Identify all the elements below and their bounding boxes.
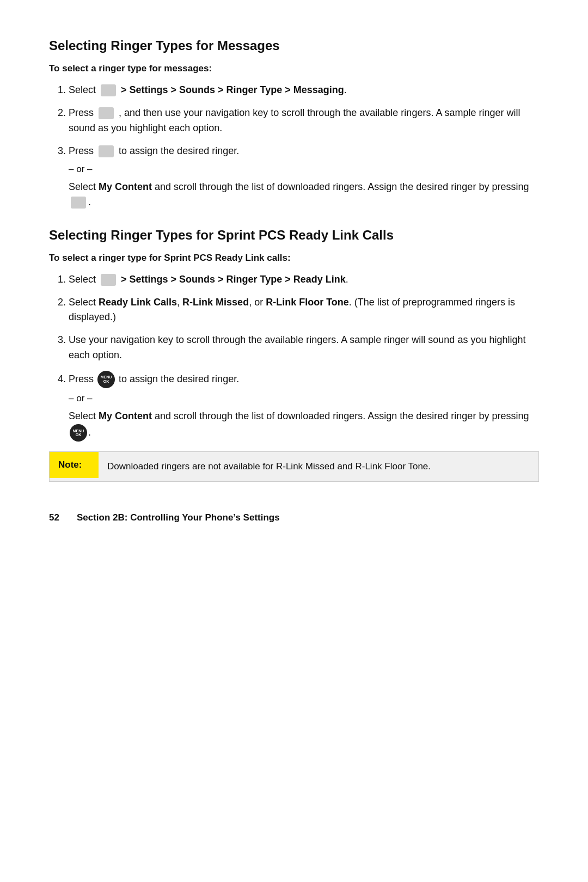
rl-ready-link-calls: Ready Link Calls xyxy=(99,297,177,308)
footer: 52 Section 2B: Controlling Your Phone’s … xyxy=(49,504,539,523)
readylink-step-2: Select Ready Link Calls, R-Link Missed, … xyxy=(69,295,539,326)
readylink-step-3: Use your navigation key to scroll throug… xyxy=(69,333,539,363)
rl-step1-select: Select xyxy=(69,274,96,285)
step1-period: . xyxy=(344,84,347,95)
menu-icon-placeholder-4 xyxy=(71,197,86,209)
menu-ok-icon-2: MENUOK xyxy=(70,424,87,442)
messages-intro: To select a ringer type for messages: xyxy=(49,63,539,74)
note-box: Note: Downloaded ringers are not availab… xyxy=(49,451,539,482)
footer-section-text: Section 2B: Controlling Your Phone’s Set… xyxy=(77,512,280,523)
readylink-section-title: Selecting Ringer Types for Sprint PCS Re… xyxy=(49,228,539,243)
rl-step4-press: Press xyxy=(69,373,96,384)
messages-step-1: Select > Settings > Sounds > Ringer Type… xyxy=(69,83,539,98)
readylink-intro: To select a ringer type for Sprint PCS R… xyxy=(49,253,539,264)
rl-step1-period: . xyxy=(346,274,348,285)
step1-select-text: Select xyxy=(69,84,96,95)
or-content-1: Select My Content and scroll through the… xyxy=(69,180,539,210)
readylink-step-1: Select > Settings > Sounds > Ringer Type… xyxy=(69,272,539,287)
my-content-bold-2: My Content xyxy=(99,411,152,421)
footer-page-number: 52 xyxy=(49,512,59,523)
menu-icon-placeholder-2 xyxy=(99,107,114,119)
menu-ok-icon-1: MENUOK xyxy=(97,371,115,388)
rl-r-link-missed: R-Link Missed xyxy=(182,297,249,308)
step3-press-text: Press xyxy=(69,145,94,156)
rl-step2-comma: , xyxy=(177,297,182,308)
rl-step1-path: > Settings > Sounds > Ringer Type > Read… xyxy=(121,274,346,285)
or-line-2: – or – xyxy=(69,391,539,406)
readylink-steps-list: Select > Settings > Sounds > Ringer Type… xyxy=(69,272,539,442)
messages-step-3: Press to assign the desired ringer. – or… xyxy=(69,144,539,210)
step3-desc: to assign the desired ringer. xyxy=(119,145,239,156)
readylink-step-4: Press MENUOK to assign the desired ringe… xyxy=(69,371,539,442)
rl-menu-icon-1 xyxy=(101,274,116,286)
rl-step3-desc: Use your navigation key to scroll throug… xyxy=(69,334,525,360)
or-line-1: – or – xyxy=(69,162,539,176)
messages-section: Selecting Ringer Types for Messages To s… xyxy=(49,38,539,210)
step1-menu-path: > Settings > Sounds > Ringer Type > Mess… xyxy=(121,84,344,95)
rl-step2-select: Select xyxy=(69,297,99,308)
menu-icon-placeholder-1 xyxy=(101,84,116,96)
readylink-section: Selecting Ringer Types for Sprint PCS Re… xyxy=(49,228,539,482)
messages-step-2: Press , and then use your navigation key… xyxy=(69,106,539,136)
step2-desc: , and then use your navigation key to sc… xyxy=(69,107,520,133)
or-content-2: Select My Content and scroll through the… xyxy=(69,409,539,442)
rl-r-link-floor: R-Link Floor Tone xyxy=(266,297,349,308)
messages-section-title: Selecting Ringer Types for Messages xyxy=(49,38,539,53)
rl-step2-or: , or xyxy=(249,297,266,308)
menu-icon-placeholder-3 xyxy=(99,145,114,157)
note-content: Downloaded ringers are not available for… xyxy=(99,452,439,481)
rl-step4-desc: to assign the desired ringer. xyxy=(116,373,239,384)
step2-press-text: Press xyxy=(69,107,94,118)
messages-steps-list: Select > Settings > Sounds > Ringer Type… xyxy=(69,83,539,210)
my-content-bold-1: My Content xyxy=(99,181,152,192)
note-label: Note: xyxy=(50,452,99,478)
